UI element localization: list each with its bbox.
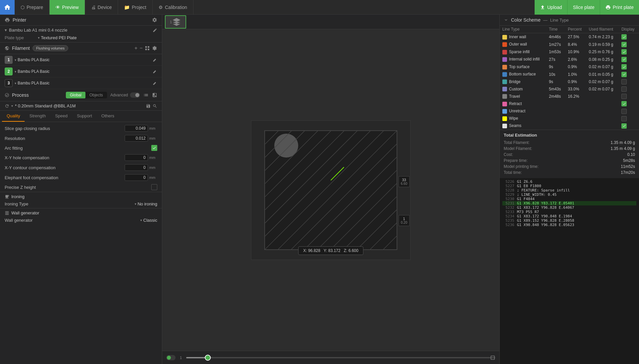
svg-line-9 xyxy=(265,131,291,157)
advanced-toggle[interactable]: Advanced xyxy=(110,92,140,98)
cell-display-4[interactable] xyxy=(619,63,639,71)
edit-filament-2-icon[interactable] xyxy=(153,69,157,74)
layer-slider[interactable] xyxy=(186,357,495,358)
printer-section-header: Printer xyxy=(0,15,162,26)
home-button[interactable] xyxy=(0,0,15,15)
process-list-icon[interactable] xyxy=(143,92,149,98)
cell-display-1[interactable] xyxy=(619,41,639,49)
toggle-global[interactable]: Global xyxy=(66,92,85,98)
printer-settings-icon[interactable] xyxy=(152,17,157,23)
gcode-line[interactable]: 5232 G1 X83.172 Y96.828 E.64067 xyxy=(502,205,636,210)
setting-value-ironing-type[interactable]: ▾ No ironing xyxy=(135,201,157,206)
tab-strength[interactable]: Strength xyxy=(25,111,50,122)
tab-speed[interactable]: Speed xyxy=(51,111,72,122)
cell-filament-3: 0.08 m 0.25 g xyxy=(586,56,619,63)
gcode-line[interactable]: 5227 G1 E8 F1800 xyxy=(502,184,636,188)
edit-printer-icon[interactable] xyxy=(153,28,157,33)
setting-elephant-foot: Elephant foot compensation mm xyxy=(0,173,162,182)
flushing-badge[interactable]: Flushing volumes xyxy=(33,45,68,51)
color-table-row: Internal solid infill 27s 2.6% 0.08 m 0.… xyxy=(500,56,639,63)
tab-quality[interactable]: Quality xyxy=(2,111,25,122)
toggle-objects[interactable]: Objects xyxy=(85,92,107,98)
svg-line-16 xyxy=(357,210,397,249)
tab-preview[interactable]: 👁 Preview xyxy=(50,0,85,15)
cell-display-6[interactable] xyxy=(619,78,639,85)
cell-display-3[interactable] xyxy=(619,56,639,63)
setting-value-wall-gen[interactable]: ▾ Classic xyxy=(140,218,157,223)
setting-resolution: Resolution mm xyxy=(0,133,162,143)
plate-type-value[interactable]: ▾ Textured PEI Plate xyxy=(38,35,77,40)
tab-prepare[interactable]: ⬡ Prepare xyxy=(15,0,50,15)
layer-toggle[interactable] xyxy=(166,355,176,360)
cell-line-type-6: Bridge xyxy=(500,78,546,85)
gcode-line[interactable]: 5234 G1 X83.172 Y90.848 E.1984 xyxy=(502,214,636,218)
plate-thumbnail-1[interactable]: 1 xyxy=(165,15,186,29)
input-resolution[interactable] xyxy=(125,135,148,142)
checkbox-precise-z[interactable] xyxy=(151,184,157,190)
filament-row-3: 3 ▾ Bambu PLA Basic xyxy=(0,77,162,89)
remove-filament-icon[interactable]: − xyxy=(140,45,143,51)
cell-display-11[interactable] xyxy=(619,115,639,122)
cell-time-7: 5m43s xyxy=(546,85,565,93)
refresh-icon[interactable] xyxy=(5,104,9,108)
gcode-line[interactable]: 5229 ; LINE_WIDTH: 0.45 xyxy=(502,192,636,197)
model-viewport[interactable]: 33 6.60 1 0.20 X: 96.828 Y: 83.172 Z: 6.… xyxy=(251,120,411,260)
gcode-line[interactable]: 5226 G1 Z6.6 xyxy=(502,180,636,184)
gcode-line[interactable]: 5233 M73 P55 R7 xyxy=(502,210,636,214)
svg-line-13 xyxy=(318,170,396,249)
est-value-3: 5m28s xyxy=(623,158,635,163)
cell-display-9[interactable] xyxy=(619,100,639,108)
process-compare-icon[interactable] xyxy=(152,92,157,98)
gcode-line[interactable]: 5236 G1 X90.848 Y96.828 E.05623 xyxy=(502,223,636,227)
gcode-num-2: 5228 xyxy=(502,188,514,192)
cell-display-7[interactable] xyxy=(619,85,639,93)
ironing-label: Ironing xyxy=(11,194,25,199)
edit-filament-3-icon[interactable] xyxy=(153,81,157,85)
tab-others[interactable]: Others xyxy=(97,111,119,122)
gcode-num-3: 5229 xyxy=(502,192,514,197)
input-xy-contour[interactable] xyxy=(125,164,148,171)
color-scheme-collapse-icon[interactable] xyxy=(504,18,508,22)
gcode-line[interactable]: 5231 G1 X96.828 Y83.172 E.05401 xyxy=(502,201,636,205)
gcode-line[interactable]: 5235 G1 X89.152 Y96.828 E.28058 xyxy=(502,218,636,223)
filament-grid-icon[interactable] xyxy=(145,46,150,51)
gcode-panel[interactable]: 5226 G1 Z6.6 5227 G1 E8 F1800 5228 ; FEA… xyxy=(500,178,639,364)
search-profile-icon[interactable] xyxy=(153,104,157,108)
input-elephant-foot[interactable] xyxy=(125,174,148,181)
filament-settings-icon[interactable] xyxy=(152,46,157,51)
tab-support[interactable]: Support xyxy=(72,111,97,122)
save-profile-icon[interactable] xyxy=(146,104,151,108)
gcode-text-7: M73 P55 R7 xyxy=(517,210,539,214)
setting-arc-fitting: Arc fitting xyxy=(0,143,162,153)
color-table-row: Inner wall 4m46s 27.5% 0.74 m 2.23 g xyxy=(500,33,639,41)
add-filament-icon[interactable]: + xyxy=(134,45,137,51)
gcode-text-3: ; LINE_WIDTH: 0.45 xyxy=(517,192,557,197)
svg-line-8 xyxy=(265,131,305,171)
toggle-group: Global Objects xyxy=(66,92,107,98)
tab-project[interactable]: 📁 Project xyxy=(118,0,153,15)
cell-display-0[interactable] xyxy=(619,33,639,41)
cell-time-8: 2m48s xyxy=(546,93,565,100)
input-slice-gap[interactable] xyxy=(125,125,148,132)
upload-button[interactable]: Upload xyxy=(535,0,567,15)
edit-filament-1-icon[interactable] xyxy=(153,58,157,62)
checkbox-arc-fitting[interactable] xyxy=(151,145,157,151)
tab-calibration[interactable]: ⚙ Calibration xyxy=(153,0,193,15)
cell-display-10[interactable] xyxy=(619,108,639,115)
layer-handle[interactable] xyxy=(205,355,211,361)
layer-settings-icon[interactable] xyxy=(490,355,495,360)
cell-display-2[interactable] xyxy=(619,48,639,56)
slice-plate-button[interactable]: Slice plate xyxy=(567,0,600,15)
print-plate-button[interactable]: Print plate xyxy=(600,0,639,15)
gcode-text-8: G1 X83.172 Y90.848 E.1984 xyxy=(517,214,572,218)
filament-actions: + − xyxy=(134,45,157,51)
gcode-line[interactable]: 5230 G1 F4844 xyxy=(502,197,636,201)
layer-indicator-top: 33 6.60 xyxy=(399,176,410,187)
tab-device[interactable]: 🖨 Device xyxy=(85,0,118,15)
cell-display-5[interactable] xyxy=(619,71,639,78)
cell-display-8[interactable] xyxy=(619,93,639,100)
cell-display-12[interactable] xyxy=(619,122,639,130)
input-xy-hole[interactable] xyxy=(125,154,148,161)
gcode-line[interactable]: 5228 ; FEATURE: Sparse infill xyxy=(502,188,636,192)
color-table-row: Bridge 9s 0.9% 0.02 m 0.07 g xyxy=(500,78,639,85)
